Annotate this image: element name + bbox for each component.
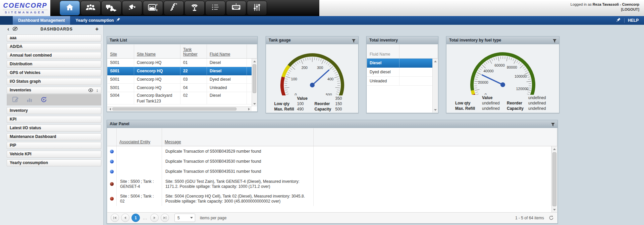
scroll-thumb[interactable] bbox=[552, 152, 556, 206]
nav-keyboard-button[interactable] bbox=[226, 1, 246, 15]
sidebar-item-i-o-status-graph[interactable]: I/O Status graph bbox=[7, 78, 101, 85]
nav-home-button[interactable] bbox=[60, 1, 80, 15]
stat-value: 350 bbox=[334, 96, 352, 101]
table-row[interactable]: S004Coencorp Backyard Fuel Tank12302Dies… bbox=[107, 92, 257, 104]
nav-tank-level-button[interactable]: FE bbox=[143, 1, 163, 15]
sidebar-item-label: aaa bbox=[10, 35, 98, 41]
cell-fluid-name: Dyed diesel bbox=[207, 75, 247, 83]
horizontal-scrollbar[interactable] bbox=[107, 106, 252, 111]
gauge-tick bbox=[478, 71, 480, 72]
previous-page-button[interactable] bbox=[121, 214, 129, 222]
eye-off-icon[interactable] bbox=[12, 26, 18, 32]
sidebar-item-label: I/O Status graph bbox=[10, 78, 98, 85]
sidebar-item-annual-fuel-combined[interactable]: Annual fuel combined bbox=[7, 52, 101, 59]
vertical-scrollbar[interactable] bbox=[432, 59, 438, 112]
filter-icon[interactable] bbox=[352, 38, 356, 43]
scroll-down-button[interactable] bbox=[552, 207, 557, 212]
table-row[interactable]: Diesel bbox=[367, 59, 438, 68]
refresh-icon[interactable] bbox=[40, 96, 48, 103]
refresh-icon[interactable] bbox=[549, 215, 554, 220]
nav-fuel-nozzle-button[interactable] bbox=[122, 1, 142, 15]
sidebar-item-vehicle-kpi[interactable]: Vehicle KPI bbox=[7, 151, 101, 158]
table-row[interactable]: S001Coencorp HQ04Unleaded bbox=[107, 84, 257, 92]
nav-vehicle-lift-button[interactable] bbox=[184, 1, 205, 15]
gauge-stats-row: Max. RefillundefinedCapacityundefined bbox=[454, 106, 552, 111]
chart-icon[interactable] bbox=[26, 96, 34, 103]
alarm-row[interactable]: Site : S500 ; Tank : GENSET-4Site: S500 … bbox=[107, 176, 551, 191]
nav-list-button[interactable] bbox=[205, 1, 225, 15]
collapse-sidebar-icon[interactable]: ‹ bbox=[7, 26, 9, 32]
column-header-associated-entity[interactable]: Associated Entity bbox=[117, 128, 162, 146]
sidebar-item-inventory[interactable]: Inventory bbox=[7, 107, 101, 114]
filter-icon[interactable] bbox=[551, 122, 555, 126]
sidebar-item-inventories[interactable]: Inventories↕ bbox=[7, 87, 101, 94]
nav-coil-spring-button[interactable] bbox=[164, 1, 184, 15]
logout-link[interactable]: [LOGOUT] bbox=[571, 7, 639, 11]
nav-people-button[interactable] bbox=[80, 1, 101, 15]
vertical-scrollbar[interactable] bbox=[252, 59, 257, 106]
table-row[interactable]: S001Coencorp HQ03Dyed diesel bbox=[107, 75, 257, 84]
scroll-up-button[interactable] bbox=[252, 59, 257, 64]
pin-icon[interactable] bbox=[116, 16, 120, 25]
sidebar-item-latest-i-o-status[interactable]: Latest I/O status bbox=[7, 125, 101, 132]
scroll-up-button[interactable] bbox=[552, 146, 557, 152]
alarm-row[interactable]: Duplicate Transaction of S500B043530 num… bbox=[107, 156, 551, 166]
eye-icon[interactable] bbox=[88, 88, 93, 92]
help-link[interactable]: HELP bbox=[628, 18, 639, 23]
gauge-tick-label: 80000 bbox=[507, 65, 517, 69]
next-page-button[interactable] bbox=[150, 214, 159, 222]
cell-fluid-name: Unleaded bbox=[367, 77, 399, 85]
gauge-tick bbox=[520, 63, 522, 65]
table-row[interactable]: Unleaded bbox=[367, 77, 438, 86]
sidebar-item-ad-da[interactable]: AD/DA bbox=[7, 43, 101, 50]
more-pages-button[interactable]: ... bbox=[143, 216, 147, 220]
page-size-select[interactable]: 5 bbox=[174, 214, 195, 222]
table-row[interactable]: S001Coencorp HQ22Diesel bbox=[107, 67, 257, 75]
column-header-fluid-name[interactable]: Fluid Name bbox=[207, 45, 247, 58]
tab-yearly-consumption[interactable]: Yearly consumption bbox=[70, 16, 126, 25]
alarm-row[interactable]: Site : S004 ; Tank : 02Site: S004 (Coenc… bbox=[107, 191, 551, 206]
sidebar-item-aaa[interactable]: aaa bbox=[7, 34, 101, 42]
alarm-row[interactable]: Duplicate Transaction of S500B043531 num… bbox=[107, 166, 551, 176]
nav-sliders-button[interactable] bbox=[247, 1, 267, 15]
sidebar-item-distribution[interactable]: Distribution bbox=[7, 61, 101, 68]
sidebar-item-yearly-consumption[interactable]: Yearly consumption bbox=[7, 159, 101, 166]
tab-bar: Dashboard Management Yearly consumption … bbox=[0, 16, 644, 25]
last-page-button[interactable] bbox=[161, 214, 169, 222]
gauge-tick bbox=[486, 62, 487, 64]
cell-fluid-name: Dyed diesel bbox=[367, 68, 399, 76]
column-header-message[interactable]: Message bbox=[162, 128, 314, 146]
add-dashboard-button[interactable]: + bbox=[95, 26, 99, 32]
page-1-button[interactable]: 1 bbox=[131, 214, 140, 222]
table-row[interactable]: S001Coencorp HQ01Diesel bbox=[107, 59, 257, 67]
pin-icon[interactable] bbox=[616, 17, 621, 23]
scroll-left-button[interactable] bbox=[107, 106, 113, 111]
scroll-down-button[interactable] bbox=[252, 101, 257, 106]
sidebar-item-maintenance-dashboard[interactable]: Maintenance Dashboard bbox=[7, 133, 101, 140]
move-icon[interactable]: ↕ bbox=[96, 87, 99, 93]
filter-icon[interactable] bbox=[552, 38, 557, 43]
table-row[interactable]: Dyed diesel bbox=[367, 68, 438, 77]
gauge-tick bbox=[333, 70, 336, 72]
edit-icon[interactable] bbox=[12, 96, 20, 103]
sidebar-item-kpi[interactable]: KPI bbox=[7, 116, 101, 123]
alarm-row[interactable]: Duplicate Transaction of S500B043529 num… bbox=[107, 146, 551, 156]
scroll-thumb[interactable] bbox=[112, 107, 236, 110]
scroll-down-button[interactable] bbox=[433, 107, 438, 112]
gauge-tick bbox=[475, 77, 478, 77]
gauge-range-arc bbox=[289, 55, 342, 95]
cell-tank-number: 03 bbox=[180, 75, 207, 83]
scroll-right-button[interactable] bbox=[246, 106, 252, 111]
tab-dashboard-management[interactable]: Dashboard Management bbox=[13, 16, 70, 25]
nav-vehicles-button[interactable] bbox=[101, 1, 121, 15]
vertical-scrollbar[interactable] bbox=[551, 146, 557, 212]
sidebar-item-gps-of-vehicles[interactable]: GPS of Vehicles bbox=[7, 69, 101, 76]
column-header-filler bbox=[247, 45, 257, 58]
column-header-site[interactable]: Site bbox=[107, 45, 134, 58]
column-header-site-name[interactable]: Site Name bbox=[134, 45, 180, 58]
sidebar-item-pip[interactable]: PIP bbox=[7, 142, 101, 149]
scroll-thumb[interactable] bbox=[253, 64, 256, 93]
scroll-up-button[interactable] bbox=[433, 59, 438, 64]
column-header-tank-number[interactable]: Tank Number bbox=[180, 45, 207, 58]
first-page-button[interactable] bbox=[111, 214, 119, 222]
